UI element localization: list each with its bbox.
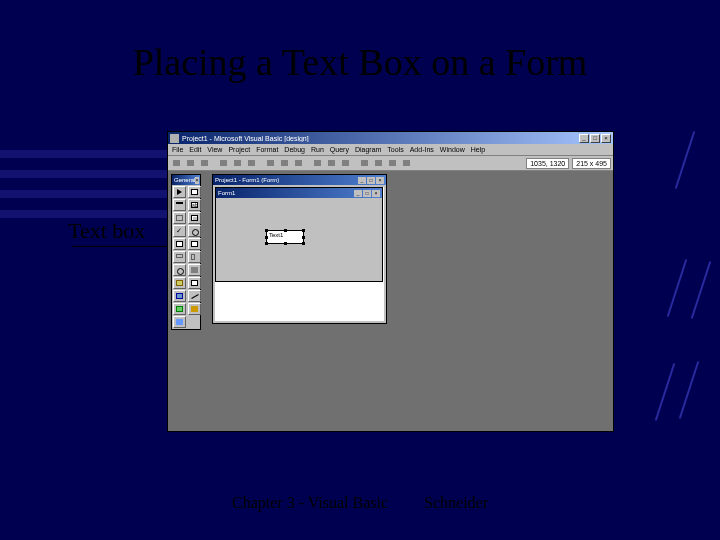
innerform-maximize-button[interactable]: □ xyxy=(363,190,371,197)
toolbar-button[interactable] xyxy=(386,157,399,169)
vb-toolbar: 1035, 1320 215 x 495 xyxy=(168,156,613,171)
menu-tools[interactable]: Tools xyxy=(387,146,403,153)
tool-drivelistbox-icon[interactable] xyxy=(188,264,201,276)
form-designer-client: Form1 _ □ × Text1 xyxy=(215,187,384,321)
slide-title: Placing a Text Box on a Form xyxy=(0,40,720,84)
menu-file[interactable]: File xyxy=(172,146,183,153)
footer-right: Schneider xyxy=(424,494,488,512)
placed-textbox-text: Text1 xyxy=(269,232,283,238)
resize-handle-icon[interactable] xyxy=(302,229,305,232)
vb-app-title: Project1 - Microsoft Visual Basic [desig… xyxy=(182,135,579,142)
tool-optionbutton-icon[interactable] xyxy=(188,225,201,237)
tool-checkbox-icon[interactable] xyxy=(173,225,186,237)
formwin-minimize-button[interactable]: _ xyxy=(358,177,366,184)
formwin-close-button[interactable]: × xyxy=(376,177,384,184)
innerform-close-button[interactable]: × xyxy=(372,190,380,197)
menu-run[interactable]: Run xyxy=(311,146,324,153)
resize-handle-icon[interactable] xyxy=(302,242,305,245)
resize-handle-icon[interactable] xyxy=(302,236,305,239)
toolbar-button[interactable] xyxy=(231,157,244,169)
tool-image-icon[interactable] xyxy=(173,303,186,315)
toolbar-button[interactable] xyxy=(311,157,324,169)
formwin-maximize-button[interactable]: □ xyxy=(367,177,375,184)
tool-label-icon[interactable] xyxy=(173,199,186,211)
tool-combobox-icon[interactable] xyxy=(173,238,186,250)
vb-app-icon xyxy=(170,134,179,143)
vb-titlebar[interactable]: Project1 - Microsoft Visual Basic [desig… xyxy=(168,132,613,144)
menu-help[interactable]: Help xyxy=(471,146,485,153)
toolbar-button[interactable] xyxy=(184,157,197,169)
design-form-title-label: Form1 xyxy=(218,190,235,196)
tool-dirlistbox-icon[interactable] xyxy=(173,277,186,289)
vb-toolbox[interactable]: General × xyxy=(171,174,201,330)
toolbox-close-icon[interactable]: × xyxy=(195,177,199,184)
tool-textbox-icon[interactable] xyxy=(188,199,201,211)
tool-shape-icon[interactable] xyxy=(173,290,186,302)
resize-handle-icon[interactable] xyxy=(284,229,287,232)
tool-picturebox-icon[interactable] xyxy=(188,186,201,198)
toolbar-button[interactable] xyxy=(325,157,338,169)
toolbar-button[interactable] xyxy=(339,157,352,169)
design-form[interactable]: Form1 _ □ × Text1 xyxy=(215,187,383,282)
toolbar-button[interactable] xyxy=(170,157,183,169)
annotation-label: Text box xyxy=(68,218,145,244)
tool-pointer-icon[interactable] xyxy=(173,186,186,198)
innerform-minimize-button[interactable]: _ xyxy=(354,190,362,197)
resize-handle-icon[interactable] xyxy=(265,242,268,245)
toolbar-button[interactable] xyxy=(292,157,305,169)
menu-query[interactable]: Query xyxy=(330,146,349,153)
placed-textbox-control[interactable]: Text1 xyxy=(266,230,304,244)
menu-window[interactable]: Window xyxy=(440,146,465,153)
tool-hscrollbar-icon[interactable] xyxy=(173,251,186,263)
vb-menubar: File Edit View Project Format Debug Run … xyxy=(168,144,613,156)
resize-handle-icon[interactable] xyxy=(265,236,268,239)
design-form-titlebar[interactable]: Form1 _ □ × xyxy=(216,188,382,198)
menu-project[interactable]: Project xyxy=(228,146,250,153)
toolbox-title[interactable]: General × xyxy=(172,175,200,185)
tool-ole-icon[interactable] xyxy=(173,316,186,328)
form-designer-titlebar[interactable]: Project1 - Form1 (Form) _ □ × xyxy=(213,175,386,185)
toolbar-button[interactable] xyxy=(198,157,211,169)
menu-diagram[interactable]: Diagram xyxy=(355,146,381,153)
menu-view[interactable]: View xyxy=(207,146,222,153)
tool-listbox-icon[interactable] xyxy=(188,238,201,250)
form-designer-title-label: Project1 - Form1 (Form) xyxy=(215,177,279,183)
toolbar-button[interactable] xyxy=(278,157,291,169)
close-button[interactable]: × xyxy=(601,134,611,143)
tool-commandbutton-icon[interactable] xyxy=(188,212,201,224)
tool-line-icon[interactable] xyxy=(188,290,201,302)
slide-footer: Chapter 3 - Visual Basic Schneider xyxy=(0,494,720,512)
tool-frame-icon[interactable] xyxy=(173,212,186,224)
tool-timer-icon[interactable] xyxy=(173,264,186,276)
vb-mdi-client: General × xyxy=(168,171,613,431)
menu-format[interactable]: Format xyxy=(256,146,278,153)
tool-filelistbox-icon[interactable] xyxy=(188,277,201,289)
toolbar-size-readout: 215 x 495 xyxy=(572,158,611,169)
vb-ide-window: Project1 - Microsoft Visual Basic [desig… xyxy=(167,131,614,432)
toolbar-button[interactable] xyxy=(358,157,371,169)
form-designer-window[interactable]: Project1 - Form1 (Form) _ □ × Form1 _ □ … xyxy=(212,174,387,324)
resize-handle-icon[interactable] xyxy=(284,242,287,245)
toolbar-button[interactable] xyxy=(217,157,230,169)
tool-data-icon[interactable] xyxy=(188,303,201,315)
design-form-surface[interactable]: Text1 xyxy=(216,198,382,281)
toolbox-title-label: General xyxy=(174,177,195,183)
footer-left: Chapter 3 - Visual Basic xyxy=(232,494,388,512)
toolbar-button[interactable] xyxy=(264,157,277,169)
toolbar-button[interactable] xyxy=(245,157,258,169)
toolbar-button[interactable] xyxy=(400,157,413,169)
resize-handle-icon[interactable] xyxy=(265,229,268,232)
maximize-button[interactable]: □ xyxy=(590,134,600,143)
toolbar-button[interactable] xyxy=(372,157,385,169)
toolbar-position-readout: 1035, 1320 xyxy=(526,158,569,169)
menu-edit[interactable]: Edit xyxy=(189,146,201,153)
menu-debug[interactable]: Debug xyxy=(284,146,305,153)
minimize-button[interactable]: _ xyxy=(579,134,589,143)
tool-vscrollbar-icon[interactable] xyxy=(188,251,201,263)
menu-addins[interactable]: Add-Ins xyxy=(410,146,434,153)
